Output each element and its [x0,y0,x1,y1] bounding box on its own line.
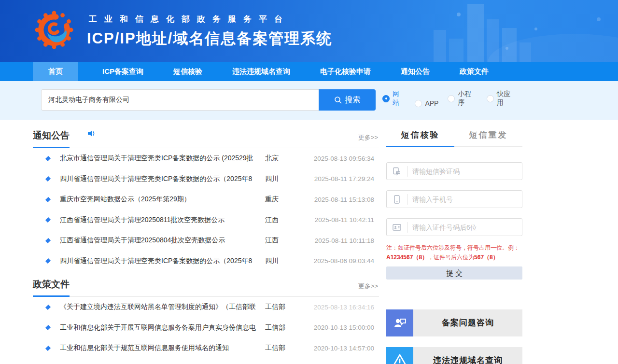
policy-title-link[interactable]: 工业和信息化部关于规范互联网信息服务使用域名的通知 [60,344,265,352]
page-title: ICP/IP地址/域名信息备案管理系统 [87,28,332,49]
consult-card[interactable]: 备案问题咨询 [386,309,522,336]
platform-title: 工业和信息化部政务服务平台 [89,14,332,25]
policy-row[interactable]: 《关于建立境内违法互联网站黑名单管理制度的通知》（工信部联 工信部 2025-0… [33,297,379,318]
nav-item-illegal-domain-query[interactable]: 违法违规域名查询 [222,62,301,81]
left-column: 通知公告 更多>> 北京市通信管理局关于清理空壳类ICP备案数据的公示 (202… [33,120,379,364]
notice-row[interactable]: 北京市通信管理局关于清理空壳类ICP备案数据的公示 (202529批 北京 20… [33,148,379,169]
bullet-diamond-icon [45,258,51,264]
notice-row[interactable]: 江西省通信管理局关于清理20250811批次空壳数据公示 江西 2025-08-… [33,210,379,231]
note-text: 注：如证件号后六位涉及符号，符号占用一位。例： [386,244,520,251]
phone-icon [387,195,407,204]
main-nav: 首页 ICP备案查询 短信核验 违法违规域名查询 电子化核验申请 通知公告 政策… [0,62,618,81]
header-banner: 工业和信息化部政务服务平台 ICP/IP地址/域名信息备案管理系统 [0,0,618,62]
tab-sms-verify[interactable]: 短信核验 [386,129,454,146]
note-example-2: 567（8） [474,254,499,261]
search-icon [334,96,342,104]
note-example-1: A1234567（8） [386,254,428,261]
radio-website-label: 网站 [393,90,406,107]
policy-source: 工信部 [265,344,309,352]
policy-row[interactable]: 互联网域名管理办法 工信部 2020-10-13 14:56:00 [33,359,379,364]
radio-app[interactable]: APP [415,99,438,107]
nav-item-sms-verify[interactable]: 短信核验 [163,62,213,81]
nav-item-policies[interactable]: 政策文件 [449,62,499,81]
search-bar: 搜索 网站 APP 小程序 快应用 [33,81,522,111]
bullet-diamond-icon [45,217,51,223]
header-brand: 工业和信息化部政务服务平台 ICP/IP地址/域名信息备案管理系统 [33,9,332,51]
sms-tabs: 短信核验 短信重发 [386,129,522,147]
policy-time: 2020-10-13 14:57:00 [309,345,379,352]
main-content: 通知公告 更多>> 北京市通信管理局关于清理空壳类ICP备案数据的公示 (202… [33,120,522,364]
notice-title-link[interactable]: 江西省通信管理局关于清理20250811批次空壳数据公示 [60,216,265,224]
policy-title-link[interactable]: 工业和信息化部关于开展互联网信息服务备案用户真实身份信息电 [60,323,265,332]
icp-beian-homepage: { "header": { "platform_title": "工业和信息化部… [0,0,618,364]
notices-title: 通知公告 [33,129,70,148]
tab-sms-resend[interactable]: 短信重发 [454,129,522,146]
sms-code-field[interactable] [386,162,522,180]
search-button-label: 搜索 [345,95,361,105]
search-input[interactable] [41,89,319,111]
note-text: ，证件号后六位为 [428,254,474,261]
notice-title-link[interactable]: 重庆市空壳网站数据公示（2025年第29期） [60,195,265,204]
notice-time: 2025-08-11 15:13:08 [309,196,379,203]
radio-miniprogram[interactable]: 小程序 [448,90,478,107]
notice-title-link[interactable]: 江西省通信管理局关于清理20250804批次空壳数据公示 [60,236,265,245]
radio-miniprogram-dot[interactable] [448,95,455,102]
id-number-input[interactable] [407,224,522,231]
consult-card-label: 备案问题咨询 [413,309,522,336]
phone-field[interactable] [386,190,522,208]
sms-verify-form: 注：如证件号后六位涉及符号，符号占用一位。例：A1234567（8），证件号后六… [386,162,522,280]
notice-title-link[interactable]: 北京市通信管理局关于清理空壳类ICP备案数据的公示 (202529批 [60,154,265,163]
notice-row[interactable]: 四川省通信管理局关于清理空壳类ICP备案数据的公示（2025年8 四川 2025… [33,169,379,190]
notice-region: 江西 [265,236,309,245]
radio-quickapp[interactable]: 快应用 [487,90,517,107]
notice-time: 2025-08-11 17:29:24 [309,175,379,182]
consult-icon [386,309,413,336]
sms-code-input[interactable] [407,168,522,175]
nav-item-home[interactable]: 首页 [33,62,78,81]
right-column: 短信核验 短信重发 [386,120,522,364]
notices-section-header: 通知公告 更多>> [33,120,379,148]
policies-more-link[interactable]: 更多>> [358,282,378,291]
notice-time: 2025-08-13 09:56:34 [309,155,379,162]
policy-time: 2025-08-13 16:34:16 [309,304,379,311]
policy-title-link[interactable]: 《关于建立境内违法互联网站黑名单管理制度的通知》（工信部联 [60,303,265,311]
notice-region: 四川 [265,257,309,266]
notice-time: 2025-08-11 10:11:18 [309,237,379,244]
bullet-diamond-icon [45,238,51,243]
notice-time: 2025-08-11 10:42:11 [309,216,379,224]
warning-icon [386,347,413,364]
notice-row[interactable]: 重庆市空壳网站数据公示（2025年第29期） 重庆 2025-08-11 15:… [33,189,379,210]
id-number-field[interactable] [386,218,522,236]
submit-button[interactable]: 提 交 [386,266,522,280]
radio-quickapp-dot[interactable] [487,95,494,102]
search-type-options: 网站 APP 小程序 快应用 [382,89,522,111]
radio-quickapp-label: 快应用 [497,90,517,107]
notice-title-link[interactable]: 四川省通信管理局关于清理空壳类ICP备案数据的公示（2025年8 [60,257,265,266]
phone-input[interactable] [407,196,522,203]
notice-row[interactable]: 四川省通信管理局关于清理空壳类ICP备案数据的公示（2025年8 四川 2025… [33,251,379,272]
search-button[interactable]: 搜索 [319,89,376,111]
id-number-note: 注：如证件号后六位涉及符号，符号占用一位。例：A1234567（8），证件号后六… [386,243,522,263]
policy-row[interactable]: 工业和信息化部关于规范互联网信息服务使用域名的通知 工信部 2020-10-13… [33,338,379,359]
radio-website[interactable]: 网站 [382,90,406,107]
notice-region: 北京 [265,154,309,163]
radio-website-dot[interactable] [382,95,390,102]
search-band: 搜索 网站 APP 小程序 快应用 [0,81,618,120]
nav-item-e-verify-apply[interactable]: 电子化核验申请 [309,62,381,81]
bullet-diamond-icon [45,325,51,330]
radio-app-dot[interactable] [415,100,422,107]
notices-more-link[interactable]: 更多>> [358,133,378,142]
radio-miniprogram-label: 小程序 [458,90,478,107]
nav-item-icp-query[interactable]: ICP备案查询 [92,62,154,81]
miit-gear-logo [33,9,75,51]
notice-row[interactable]: 江西省通信管理局关于清理20250804批次空壳数据公示 江西 2025-08-… [33,230,379,251]
city-skyline-graphic [415,0,618,62]
illegal-domain-card-label: 违法违规域名查询 [413,347,522,364]
policy-row[interactable]: 工业和信息化部关于开展互联网信息服务备案用户真实身份信息电 工信部 2020-1… [33,318,379,338]
nav-item-notices[interactable]: 通知公告 [390,62,440,81]
illegal-domain-card[interactable]: 违法违规域名查询 [386,347,522,364]
notice-time: 2025-08-06 09:03:44 [309,257,379,265]
notice-region: 江西 [265,216,309,224]
notice-title-link[interactable]: 四川省通信管理局关于清理空壳类ICP备案数据的公示（2025年8 [60,175,265,183]
radio-app-label: APP [425,99,438,107]
